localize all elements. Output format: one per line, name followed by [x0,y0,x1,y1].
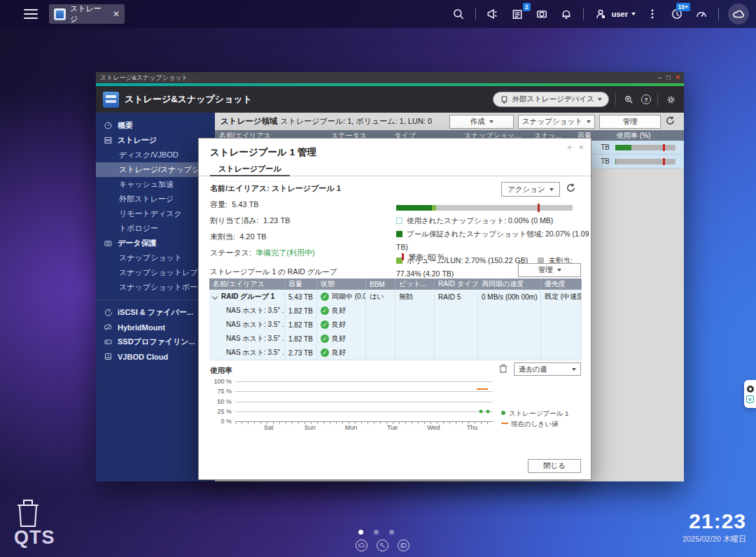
dialog-refresh-icon[interactable] [566,183,576,195]
sidebar-item-remote-disk[interactable]: リモートディスク [96,206,215,221]
hybridmount-icon [103,323,113,332]
window-titlebar[interactable]: ストレージ&スナップショット – □ × [96,72,684,83]
capacity-value: 5.43 TB [232,200,259,209]
raid-disk-row[interactable]: NAS ホスト: 3.5" ... 2.73 TB ✓良好 [209,346,582,360]
create-button[interactable]: 作成 [449,115,514,129]
raid-disk-row[interactable]: NAS ホスト: 3.5" ... 1.82 TB ✓良好 [209,304,582,318]
news-icon[interactable]: 2 [510,6,525,22]
threshold-line [477,388,488,390]
warning-threshold-tick [538,204,540,212]
data-point [479,409,483,413]
sidebar-item-vjbod-cloud[interactable]: VJBOD Cloud [96,349,215,364]
guaranteed-segment [396,205,432,211]
status-ok-icon: ✓ [321,334,329,343]
chevron-down-icon [631,13,636,15]
chevron-down-icon [557,269,561,272]
sidebar-item-overview[interactable]: 概要 [96,118,215,133]
sidebar-item-topology[interactable]: トポロジー [96,221,215,236]
dialog-add-icon[interactable]: + [567,143,573,152]
gauge-icon [103,121,113,131]
expand-chevron-icon[interactable] [212,294,218,299]
tasks-badge: 10+ [676,3,690,11]
taskbar: ストレージ ✕ 2 user [0,0,756,28]
dialog-close-button[interactable]: 閉じる [528,459,581,473]
warning-label: 警告: 80 % [402,253,444,262]
raid-manage-button[interactable]: 管理 [518,263,581,277]
taskbar-tab-storage[interactable]: ストレージ ✕ [49,4,125,24]
announcement-icon[interactable] [485,6,500,22]
sidebar-item-iscsi-fibre[interactable]: iSCSI & ファイバー... [96,305,215,320]
search-icon[interactable] [451,6,466,22]
global-settings-icon[interactable] [622,93,635,106]
close-icon[interactable]: × [676,74,680,81]
quicklink-wallet-icon[interactable] [398,540,410,551]
helper-edge-widget[interactable]: e [744,380,756,408]
news-badge: 2 [523,3,531,11]
status-value: 準備完了(利用中) [255,248,314,257]
chevron-down-icon [587,120,591,123]
minimize-icon[interactable]: – [658,74,662,81]
status-ok-icon: ✓ [321,348,329,357]
ssd-icon [103,337,113,347]
maximize-icon[interactable]: □ [666,74,671,81]
raid-group-row[interactable]: RAID グループ 1 5.43 TB ✓同期中 (0.0 はい 無効 RAID… [209,290,582,304]
divider [615,93,616,106]
external-storage-device-button[interactable]: 外部ストレージデバイス [493,92,609,107]
raid-disk-row[interactable]: NAS ホスト: 3.5" ... 1.82 TB ✓良好 [209,318,582,332]
sidebar-item-cache-acceleration[interactable]: キャッシュ加速 [96,177,215,192]
capacity-label: 容量: [210,200,227,209]
dialog-close-icon[interactable]: × [578,143,584,152]
clock-date: 2025/02/20 木曜日 [682,534,746,544]
sidebar-item-snapshot-vault[interactable]: スナップショットボールト [96,280,215,295]
sidebar-item-snapshot[interactable]: スナップショット [96,251,215,265]
background-tasks-icon[interactable]: 10+ [669,6,685,22]
quicklink-cloud-icon[interactable] [356,540,368,551]
quicklink-key-icon[interactable] [377,540,388,551]
sidebar-item-hybridmount[interactable]: HybridMount [96,320,215,334]
taskbar-tab-label: ストレージ [70,3,108,24]
name-label: 名前/エイリアス: [210,184,270,192]
usage-bar [615,159,676,164]
helper-gear-icon [747,386,754,393]
refresh-icon[interactable] [665,115,676,127]
kebab-menu-icon[interactable] [645,6,660,22]
raid-disk-row[interactable]: NAS ホスト: 3.5" ... 1.82 TB ✓良好 [209,332,582,346]
resource-monitor-icon[interactable] [694,6,709,22]
snapshot-button[interactable]: スナップショット [518,115,595,129]
threshold-dash-icon [501,423,508,424]
gear-icon[interactable] [664,93,677,106]
manage-button[interactable]: 管理 [599,115,661,129]
chevron-down-icon [572,368,576,371]
tab-storage-pool[interactable]: ストレージプール [210,164,290,176]
sidebar-item-external-storage[interactable]: 外部ストレージ [96,192,215,206]
sidebar-divider [96,295,215,300]
notification-bell-icon[interactable] [559,6,574,22]
window-titlebar-text: ストレージ&スナップショット [100,73,188,83]
sidebar-item-storage-snapshots[interactable]: ストレージ/スナップショ... [96,162,215,177]
user-menu[interactable]: user [593,6,636,22]
storage-area-title: ストレージ領域 [220,116,278,127]
warning-bar-icon [402,253,404,260]
period-dropdown[interactable]: 過去の週 [514,362,581,376]
external-storage-device-label: 外部ストレージデバイス [512,94,594,104]
device-sync-icon[interactable] [534,6,550,22]
action-button[interactable]: アクション [501,182,560,197]
sidebar-item-snapshot-replica[interactable]: スナップショットレプリカ [96,265,215,280]
myqnapcloud-icon[interactable] [728,3,749,24]
sidebar-item-storage[interactable]: ストレージ [96,133,215,148]
vjbod-cloud-icon [103,352,113,362]
desktop-page-dots[interactable] [358,530,394,535]
status-ok-icon: ✓ [321,320,329,329]
divider [583,8,584,20]
clear-history-trash-icon[interactable] [498,363,508,375]
sidebar-item-disks-vjbod[interactable]: ディスク/VJBOD [96,148,215,162]
help-icon[interactable]: ? [641,94,651,104]
clock-widget: 21:23 2025/02/20 木曜日 [682,509,746,544]
sidebar-item-ssd-profiling[interactable]: SSDプロファイリン... [96,334,215,349]
qts-logo: QTS [14,527,55,549]
main-menu-icon[interactable] [24,9,38,19]
raid-table: 名前/エイリアス 容量 状態 BBM ビット... RAID タイプ 再同期の速… [209,278,582,360]
dialog-title: ストレージプール 1 管理 [210,146,316,159]
sidebar-item-data-protection[interactable]: データ保護 [96,236,215,251]
tab-close-icon[interactable]: ✕ [113,10,120,18]
